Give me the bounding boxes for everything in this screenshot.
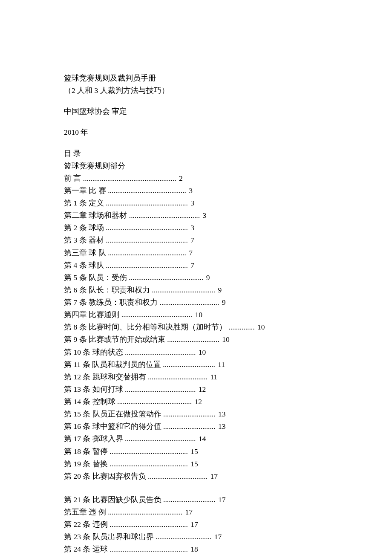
toc-entry-page: 9 [204, 273, 210, 282]
toc-leader-dots: ...................................... [123, 385, 196, 393]
toc-entry: 第 20 条 比赛因弃权告负 .........................… [64, 471, 328, 482]
toc-entry-label: 第 15 条 队员正在做投篮动作 [64, 410, 161, 418]
toc-entry-label: 第 17 条 掷球入界 [64, 434, 123, 443]
toc-entry-label: 第 3 条 器材 [64, 236, 104, 244]
toc-leader-dots: ........................................… [106, 249, 186, 257]
toc-entry-label: 第 14 条 控制球 [64, 397, 115, 406]
toc-entry-page: 12 [193, 397, 202, 406]
toc-entry: 第 15 条 队员正在做投篮动作 .......................… [64, 408, 328, 420]
toc-entry-page: 3 [187, 186, 193, 195]
toc-entry-page: 9 [216, 286, 222, 294]
toc-leader-dots: ...................................... [123, 348, 196, 356]
toc-entry-page: 9 [220, 298, 225, 306]
toc-entry-label: 第四章 比赛通则 [64, 310, 119, 319]
toc-leader-dots: ........................................ [106, 508, 182, 516]
toc-entry-label: 第 10 条 球的状态 [64, 348, 123, 356]
toc-leader-dots: ........................................… [104, 199, 188, 207]
toc-entry-page: 17 [208, 472, 218, 480]
toc-leader-dots: ........................................… [108, 545, 188, 553]
toc-entry-label: 第 11 条 队员和裁判员的位置 [64, 360, 161, 369]
toc-leader-dots: ............................ [161, 495, 216, 504]
toc-leader-dots: ...................................... [123, 434, 196, 443]
toc-entry: 第 2 条 球场 ...............................… [64, 222, 328, 234]
toc-leader-dots: ........................................… [104, 236, 188, 244]
toc-entry-label: 第 23 条 队员出界和球出界 [64, 532, 154, 541]
toc-leader-dots: ........................................… [108, 460, 188, 468]
toc-entry-label: 第 13 条 如何打球 [64, 385, 123, 393]
toc-heading: 目 录 [64, 148, 328, 159]
toc-entry: 第 18 条 暂停 ..............................… [64, 446, 328, 457]
toc-leader-dots: ........................................… [104, 261, 188, 269]
document-title: 篮球竞赛规则及裁判员手册 [64, 72, 328, 84]
toc-entry-label: 第 12 条 跳球和交替拥有 [64, 373, 146, 381]
toc-entry-label: 第 24 条 运球 [64, 545, 108, 553]
toc-entry-label: 前 言 [64, 174, 81, 182]
toc-entry-label: 第 5 条 队员：受伤 [64, 273, 127, 282]
toc-entry-page: 17 [183, 508, 193, 516]
toc-leader-dots: ............................ [161, 410, 216, 418]
toc-entry-page: 3 [201, 211, 206, 220]
toc-entry-page: 15 [189, 460, 198, 468]
toc-entry: 第 9 条 比赛或节的开始或结束 .......................… [64, 334, 328, 345]
toc-entry-label: 第 9 条 比赛或节的开始或结束 [64, 335, 165, 344]
document-subtitle: （2 人和 3 人裁判方法与技巧） [64, 85, 328, 96]
toc-entry: 第 4 条 球队 ...............................… [64, 260, 328, 271]
toc-gap [64, 483, 328, 494]
toc-entry-page: 11 [208, 373, 217, 381]
toc-leader-dots: ........................................ [115, 397, 192, 406]
toc-entry: 第 3 条 器材 ...............................… [64, 234, 328, 246]
toc-entry: 第 22 条 违例 ..............................… [64, 519, 328, 530]
toc-entry-page: 18 [189, 545, 198, 553]
year-line: 2010 年 [64, 127, 328, 138]
toc-entry: 第 13 条 如何打球 ............................… [64, 384, 328, 395]
toc-entry: 第 11 条 队员和裁判员的位置 .......................… [64, 359, 328, 370]
toc-leader-dots: ........................................… [108, 520, 188, 529]
toc-entry-page: 17 [212, 532, 222, 541]
toc-entry-label: 第 16 条 球中篮和它的得分值 [64, 422, 161, 431]
toc-leader-dots: ................................ [146, 373, 208, 381]
toc-entry: 第 7 条 教练员：职责和权力 ........................… [64, 297, 328, 308]
toc-leader-dots: ................................ [146, 472, 208, 480]
approval-line: 中国篮球协会 审定 [64, 106, 328, 117]
toc-leader-dots: ........................................ [127, 273, 203, 282]
toc-leader-dots: .................................. [150, 286, 215, 294]
toc-entry-page: 7 [189, 261, 194, 269]
toc-entry: 第 19 条 替换 ..............................… [64, 458, 328, 470]
toc-entry: 前 言 ....................................… [64, 173, 328, 184]
toc-entry-label: 第 1 条 定义 [64, 199, 104, 207]
toc-entry-page: 10 [220, 335, 230, 344]
toc-entry-page: 17 [189, 520, 198, 529]
toc-entry-label: 第 6 条 队长：职责和权力 [64, 286, 150, 294]
toc-entry-page: 10 [196, 348, 206, 356]
toc-entry-label: 第 19 条 替换 [64, 460, 108, 468]
toc-entry-page: 7 [187, 249, 193, 257]
toc-entry: 第二章 球场和器材 ..............................… [64, 210, 328, 221]
toc-entry-page: 3 [189, 223, 194, 232]
toc-leader-dots: ............................ [161, 422, 216, 431]
toc-entry: 第一章 比 赛 ................................… [64, 185, 328, 197]
toc-entry-label: 第 4 条 球队 [64, 261, 104, 269]
toc-entry: 第三章 球 队 ................................… [64, 247, 328, 259]
toc-entry-page: 12 [196, 385, 206, 393]
toc-leader-dots: ........................................… [108, 447, 188, 456]
toc-entry: 第四章 比赛通则 ...............................… [64, 309, 328, 321]
toc-entry: 第 6 条 队长：职责和权力 .........................… [64, 284, 328, 296]
document-page: 篮球竞赛规则及裁判员手册 （2 人和 3 人裁判方法与技巧） 中国篮球协会 审定… [0, 0, 392, 555]
toc-leader-dots: .............. [227, 323, 255, 331]
toc-entry-label: 第 2 条 球场 [64, 223, 104, 232]
toc-entry: 第 12 条 跳球和交替拥有 .........................… [64, 371, 328, 383]
toc-entry-page: 13 [216, 422, 226, 431]
toc-list: 前 言 ....................................… [64, 173, 328, 555]
toc-leader-dots: ...................................... [127, 211, 200, 220]
toc-entry: 第 16 条 球中篮和它的得分值 .......................… [64, 421, 328, 432]
toc-entry-page: 14 [196, 434, 206, 443]
toc-entry-page: 3 [189, 199, 194, 207]
toc-entry-page: 13 [216, 410, 226, 418]
toc-leader-dots: ................................ [158, 298, 219, 306]
toc-leader-dots: ........................................… [104, 223, 188, 232]
toc-entry-page: 2 [177, 174, 183, 182]
toc-leader-dots: ............................ [165, 335, 219, 344]
toc-entry-label: 第 22 条 违例 [64, 520, 108, 529]
toc-entry: 第五章 违 例 ................................… [64, 506, 328, 518]
toc-entry-page: 15 [189, 447, 198, 456]
